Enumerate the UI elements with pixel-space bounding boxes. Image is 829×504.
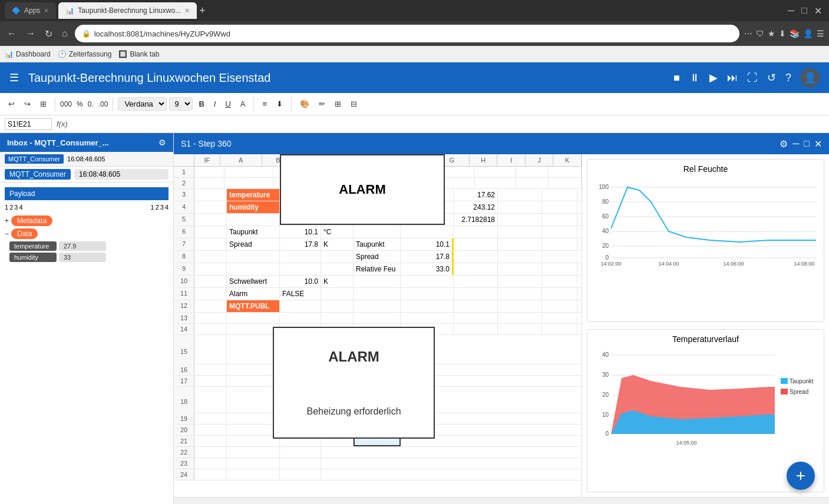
- cell-18-IF[interactable]: [194, 387, 227, 413]
- cell-6-G[interactable]: [498, 226, 542, 238]
- new-tab-button[interactable]: +: [199, 5, 206, 17]
- cell-9-B[interactable]: [280, 263, 321, 275]
- cell-5-IF[interactable]: [194, 214, 227, 226]
- cell-16-C[interactable]: [321, 364, 354, 375]
- cell-12-F[interactable]: [454, 300, 498, 312]
- cell-1-IF[interactable]: [194, 167, 224, 177]
- cell-11-D[interactable]: [354, 288, 401, 300]
- data-expand-button[interactable]: −: [5, 230, 9, 238]
- payload-tab-r4[interactable]: 4: [165, 204, 169, 211]
- horizontal-scrollbar[interactable]: [174, 497, 829, 504]
- cell-10-D[interactable]: [354, 276, 401, 287]
- cell-13-E[interactable]: [401, 313, 454, 323]
- cell-1-H[interactable]: [516, 167, 549, 177]
- cell-7-D[interactable]: Taupunkt: [354, 238, 401, 250]
- panel-settings-button[interactable]: ⚙: [158, 138, 166, 147]
- cell-4-IF[interactable]: [194, 201, 227, 213]
- tab-apps[interactable]: 🔷 Apps ✕: [5, 2, 56, 19]
- cell-8-E[interactable]: 17.8: [401, 251, 454, 263]
- cell-7-A[interactable]: Spread: [227, 238, 280, 250]
- cell-3-IF[interactable]: [194, 189, 227, 201]
- payload-tab-3[interactable]: 3: [14, 204, 18, 211]
- payload-tab-r1[interactable]: 1: [151, 204, 154, 211]
- cell-13-IF[interactable]: [194, 313, 227, 323]
- cell-6-D[interactable]: [354, 226, 401, 238]
- cell-7-F[interactable]: [454, 238, 498, 250]
- bold-button[interactable]: B: [195, 98, 207, 110]
- cell-9-H[interactable]: [542, 263, 577, 275]
- cell-14-IF[interactable]: [194, 324, 227, 334]
- cell-5-G[interactable]: [498, 214, 542, 226]
- cell-7-H[interactable]: [542, 238, 577, 250]
- fill-color-button[interactable]: 🎨: [296, 98, 313, 110]
- cell-15-A[interactable]: [227, 335, 280, 364]
- font-selector[interactable]: Verdana: [118, 97, 167, 111]
- bookmark-button[interactable]: ★: [768, 29, 775, 38]
- cell-13-G[interactable]: [498, 313, 542, 323]
- underline-button[interactable]: U: [222, 98, 234, 110]
- play-button[interactable]: ▶: [709, 71, 718, 84]
- cell-8-D[interactable]: Spread: [354, 251, 401, 263]
- cell-16-B[interactable]: [280, 364, 321, 375]
- payload-tab-r2[interactable]: 2: [156, 204, 159, 211]
- cell-12-C[interactable]: [321, 300, 354, 312]
- cell-10-B[interactable]: 10.0: [280, 276, 321, 287]
- cell-16-A[interactable]: [227, 364, 280, 375]
- cell-16-IF[interactable]: [194, 364, 227, 375]
- cell-11-IF[interactable]: [194, 288, 227, 300]
- bookmark-zeiterfassung[interactable]: 🕐 Zeiterfassung: [58, 50, 112, 58]
- sheet-settings-button[interactable]: ⚙: [780, 138, 788, 150]
- cell-6-B[interactable]: 10.1: [280, 226, 321, 238]
- address-bar[interactable]: 🔒 localhost:8081/machines/HyZUPv9Wwd: [75, 25, 739, 42]
- pause-button[interactable]: ⏸: [689, 72, 700, 84]
- highlight-button[interactable]: ✏: [315, 98, 329, 110]
- cell-13-F[interactable]: [454, 313, 498, 323]
- cell-14-A[interactable]: [227, 324, 280, 334]
- tab-apps-close[interactable]: ✕: [44, 7, 49, 15]
- cell-2-G[interactable]: [475, 178, 516, 188]
- format-button[interactable]: ⊞: [37, 98, 50, 110]
- cell-5-F[interactable]: 2.7182818: [454, 214, 498, 226]
- cell-8-A[interactable]: [227, 251, 280, 263]
- cell-6-A[interactable]: Taupunkt: [227, 226, 280, 238]
- extensions-button[interactable]: ⋯: [744, 29, 752, 38]
- home-button[interactable]: ⌂: [60, 26, 70, 41]
- italic-button[interactable]: I: [210, 98, 220, 110]
- cell-4-H[interactable]: [542, 201, 577, 213]
- cell-11-F[interactable]: [454, 288, 498, 300]
- refresh-button[interactable]: ↺: [767, 71, 776, 84]
- cell-17-B[interactable]: [280, 376, 321, 386]
- menu-hamburger-button[interactable]: ☰: [9, 71, 19, 84]
- cell-2-A[interactable]: [224, 178, 273, 188]
- cell-14-F[interactable]: [454, 324, 498, 334]
- cell-17-A[interactable]: [227, 376, 280, 386]
- cell-6-E[interactable]: [401, 226, 454, 238]
- cell-13-B[interactable]: [280, 313, 321, 323]
- cell-8-G[interactable]: [498, 251, 542, 263]
- cell-8-IF[interactable]: [194, 251, 227, 263]
- cell-10-H[interactable]: [542, 276, 577, 287]
- cell-7-G[interactable]: [498, 238, 542, 250]
- cell-10-IF[interactable]: [194, 276, 227, 287]
- cell-11-H[interactable]: [542, 288, 577, 300]
- sheet-close-button[interactable]: ✕: [814, 138, 822, 150]
- tab-taupunkt[interactable]: 📊 Taupunkt-Berechnung Linuxwo... ✕: [58, 2, 197, 19]
- cell-14-D[interactable]: [354, 324, 401, 334]
- help-button[interactable]: ?: [785, 72, 791, 84]
- panel-tab-mqtt[interactable]: MQTT_Consumer: [5, 154, 64, 164]
- cell-18-beheizung[interactable]: Beheizung erforderlich: [321, 387, 354, 413]
- cell-13-C[interactable]: [321, 313, 354, 323]
- cell-8-B[interactable]: [280, 251, 321, 263]
- cell-14-B[interactable]: [280, 324, 321, 334]
- cell-2-IF[interactable]: [194, 178, 224, 188]
- skip-button[interactable]: ⏭: [727, 72, 738, 84]
- borders-button[interactable]: ⊞: [331, 98, 345, 110]
- shield-button[interactable]: 🛡: [756, 29, 764, 38]
- cell-reference-input[interactable]: S1!E21: [5, 118, 52, 130]
- cell-10-A[interactable]: Schwellwert: [227, 276, 280, 287]
- cell-4-F[interactable]: 243.12: [454, 201, 498, 213]
- cell-18-B[interactable]: [280, 387, 321, 413]
- cell-11-A[interactable]: Alarm: [227, 288, 280, 300]
- cell-14-C[interactable]: [321, 324, 354, 334]
- sheet-minimize-button[interactable]: ─: [792, 138, 799, 149]
